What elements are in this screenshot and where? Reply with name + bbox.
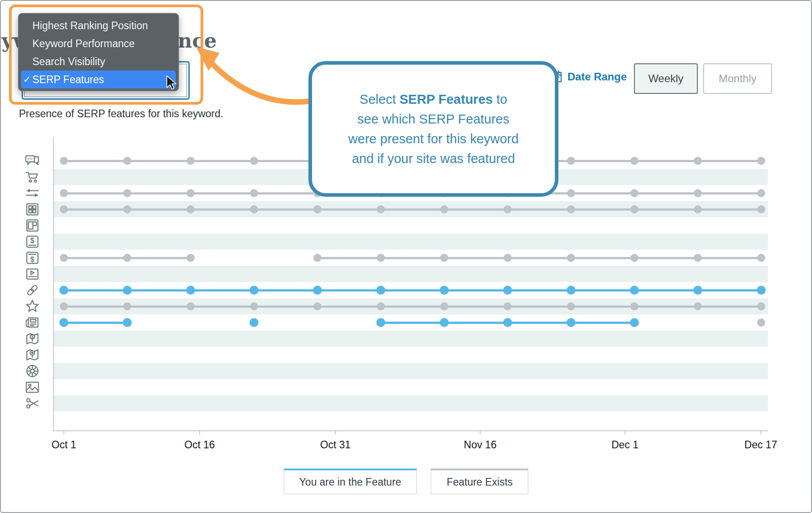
date-range-label: Date Range — [567, 71, 627, 83]
data-point — [187, 189, 195, 197]
knowledge-panel-icon — [24, 217, 40, 234]
data-point — [694, 189, 702, 197]
data-point — [630, 286, 639, 295]
data-point — [123, 318, 132, 327]
data-point — [187, 205, 195, 213]
data-point — [60, 157, 68, 165]
x-axis-label: Dec 1 — [598, 439, 652, 451]
data-point — [187, 254, 195, 262]
adwords-top-icon: $ — [24, 234, 40, 250]
data-point — [376, 286, 385, 295]
data-point — [440, 318, 449, 327]
data-point — [313, 286, 322, 295]
dropdown-item-serp-features[interactable]: ✓SERP Features — [21, 71, 176, 88]
data-point — [567, 254, 575, 262]
data-point — [123, 302, 131, 310]
weekly-button[interactable]: Weekly — [634, 63, 698, 94]
data-point — [630, 254, 638, 262]
row-stripe — [54, 234, 768, 250]
data-point — [503, 286, 512, 295]
dropdown-item-label: Highest Ranking Position — [32, 20, 148, 31]
x-axis-label: Oct 1 — [37, 439, 91, 451]
axis-tick — [335, 430, 336, 434]
dropdown-item-keyword-performance[interactable]: Keyword Performance — [18, 35, 178, 53]
data-point — [567, 286, 576, 295]
data-point — [60, 302, 68, 310]
legend-you-are-in-feature[interactable]: You are in the Feature — [284, 469, 417, 494]
data-point — [313, 205, 321, 213]
data-point — [504, 302, 512, 310]
axis-tick — [63, 430, 64, 434]
data-point — [567, 189, 575, 197]
data-point — [123, 205, 131, 213]
svg-text:$: $ — [31, 256, 35, 263]
data-point — [630, 205, 638, 213]
row-stripe — [54, 395, 768, 411]
videos-icon — [24, 266, 40, 282]
local-pack-icon — [24, 347, 40, 363]
data-point — [440, 254, 448, 262]
data-point — [757, 302, 765, 310]
data-point — [504, 254, 512, 262]
axis-tick — [625, 430, 625, 434]
data-point — [123, 189, 131, 197]
data-point — [250, 157, 258, 165]
data-point — [313, 302, 321, 310]
sitelinks-icon — [24, 282, 40, 298]
image-grid-icon — [24, 201, 40, 217]
checkmark-icon: ✓ — [22, 71, 31, 88]
axis-tick — [480, 430, 481, 434]
data-point — [757, 189, 765, 197]
data-point — [250, 302, 258, 310]
data-point — [757, 157, 765, 165]
data-point — [187, 157, 195, 165]
dropdown-item-label: Search Visibility — [32, 56, 105, 67]
data-point — [59, 286, 68, 295]
row-stripe — [54, 266, 768, 282]
related-questions-icon — [24, 153, 40, 169]
data-point — [567, 302, 575, 310]
image-photo-icon — [24, 379, 40, 395]
dropdown-item-label: SERP Features — [32, 74, 104, 85]
data-point — [313, 254, 321, 262]
data-point — [250, 286, 259, 295]
data-point — [60, 205, 68, 213]
svg-text:$: $ — [31, 237, 35, 244]
axis-tick — [760, 430, 761, 434]
data-point — [377, 302, 385, 310]
news-pack-segment — [64, 322, 127, 324]
data-point — [377, 254, 385, 262]
data-point — [377, 205, 385, 213]
callout: Select SERP Features tosee which SERP Fe… — [308, 61, 558, 197]
data-point — [59, 318, 68, 327]
chart-subtitle: Presence of SERP features for this keywo… — [19, 108, 223, 120]
monthly-button[interactable]: Monthly — [703, 63, 772, 94]
date-range-control[interactable]: Date Range — [549, 70, 627, 84]
data-point — [757, 318, 765, 327]
data-point — [693, 286, 702, 295]
metric-dropdown-menu: Highest Ranking PositionKeyword Performa… — [18, 13, 179, 91]
data-point — [250, 189, 258, 197]
dropdown-item-search-visibility[interactable]: Search Visibility — [18, 53, 178, 71]
data-point — [757, 205, 765, 213]
data-point — [250, 205, 258, 213]
data-point — [440, 205, 448, 213]
callout-line: were present for this keyword — [348, 129, 519, 149]
x-axis-label: Nov 16 — [453, 439, 507, 451]
legend-feature-exists[interactable]: Feature Exists — [431, 469, 528, 494]
local-teaser-icon: $ — [24, 331, 40, 347]
dropdown-item-highest-ranking-position[interactable]: Highest Ranking Position — [18, 17, 178, 35]
legend-you-are-in-feature-label: You are in the Feature — [299, 476, 402, 488]
svg-text:$: $ — [31, 334, 34, 339]
callout-line: Select SERP Features to — [360, 89, 507, 109]
mouse-cursor — [165, 75, 180, 91]
x-axis-label: Dec 17 — [734, 439, 788, 451]
data-point — [60, 189, 68, 197]
callout-line: see which SERP Features — [357, 109, 509, 129]
data-point — [694, 205, 702, 213]
moz-serp-features-screen: Keyword Performance Presence of SERP fea… — [0, 0, 812, 513]
data-point — [694, 157, 702, 165]
data-point — [694, 254, 702, 262]
data-point — [250, 318, 259, 327]
callout-line: and if your site was featured — [352, 149, 515, 168]
